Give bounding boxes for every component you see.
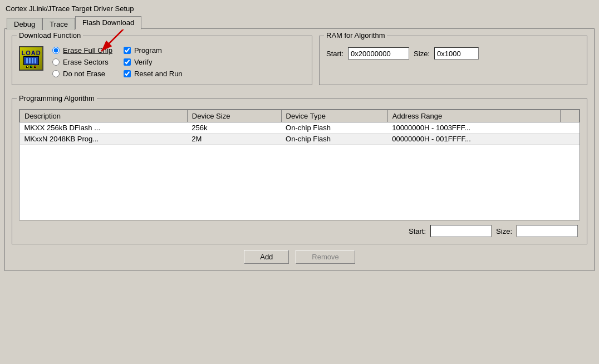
table-row[interactable]: MKxxN 2048KB Prog... 2M On-chip Flash 00… xyxy=(20,134,580,145)
cell-extra xyxy=(561,134,580,145)
top-row: Download Function LOAD xyxy=(12,36,587,92)
cell-description: MKXX 256kB DFlash ... xyxy=(20,122,188,134)
download-function-group: Download Function LOAD xyxy=(12,36,312,85)
tab-trace[interactable]: Trace xyxy=(42,18,75,30)
programming-algorithm-legend: Programming Algorithm xyxy=(17,94,97,102)
main-panel: Download Function LOAD xyxy=(4,28,595,271)
ram-start-input[interactable] xyxy=(348,47,409,60)
checkbox-group: Program Verify Reset and Run xyxy=(124,46,183,78)
title-bar: Cortex JLink/JTrace Target Driver Setup xyxy=(2,2,597,16)
cell-address-range: 10000000H - 1003FFF... xyxy=(387,122,561,134)
col-address-range: Address Range xyxy=(387,110,561,122)
add-button[interactable]: Add xyxy=(244,250,289,264)
remove-button[interactable]: Remove xyxy=(296,250,355,264)
ram-size-input[interactable] xyxy=(434,47,479,60)
tab-debug[interactable]: Debug xyxy=(7,18,42,30)
checkbox-verify[interactable]: Verify xyxy=(124,58,183,66)
algo-size-label: Size: xyxy=(496,227,512,235)
checkbox-program[interactable]: Program xyxy=(124,46,183,55)
ram-row: Start: Size: xyxy=(326,42,580,60)
ram-size-label: Size: xyxy=(414,50,430,58)
algo-start-label: Start: xyxy=(409,227,426,235)
download-inner: LOAD xyxy=(19,42,305,78)
radio-erase-full-chip[interactable]: Erase Full Chip xyxy=(52,46,112,55)
radio-erase-sectors[interactable]: Erase Sectors xyxy=(52,58,112,66)
download-function-legend: Download Function xyxy=(17,31,83,40)
ram-for-algorithm-legend: RAM for Algorithm xyxy=(324,31,387,40)
table-row[interactable]: MKXX 256kB DFlash ... 256k On-chip Flash… xyxy=(20,122,580,134)
programming-algorithm-group: Programming Algorithm Description Device… xyxy=(12,99,587,244)
tab-flash-download[interactable]: Flash Download xyxy=(75,16,141,29)
cell-address-range: 00000000H - 001FFFF... xyxy=(387,134,561,145)
table-header-row: Description Device Size Device Type Addr… xyxy=(20,110,580,122)
cell-device-size: 2M xyxy=(187,134,281,145)
col-device-type: Device Type xyxy=(281,110,387,122)
buttons-row: Add Remove xyxy=(12,250,587,264)
cell-device-type: On-chip Flash xyxy=(281,134,387,145)
checkbox-reset-and-run[interactable]: Reset and Run xyxy=(124,70,183,78)
window-title: Cortex JLink/JTrace Target Driver Setup xyxy=(6,4,134,13)
algo-table: Description Device Size Device Type Addr… xyxy=(19,110,580,145)
algo-bottom-row: Start: Size: xyxy=(19,225,580,237)
cell-device-type: On-chip Flash xyxy=(281,122,387,134)
algo-size-input[interactable] xyxy=(517,225,578,237)
tab-bar: Debug Trace Flash Download xyxy=(2,16,597,29)
algo-table-container[interactable]: Description Device Size Device Type Addr… xyxy=(19,109,580,220)
algo-start-input[interactable] xyxy=(430,225,492,237)
radio-group: Erase Full Chip Erase Sectors Do not Era… xyxy=(52,46,112,78)
ram-for-algorithm-group: RAM for Algorithm Start: Size: xyxy=(319,36,587,85)
load-chip xyxy=(23,56,39,65)
col-extra xyxy=(561,110,580,122)
col-device-size: Device Size xyxy=(187,110,281,122)
cell-extra xyxy=(561,122,580,134)
load-icon: LOAD xyxy=(19,46,47,74)
col-description: Description xyxy=(20,110,188,122)
cell-description: MKxxN 2048KB Prog... xyxy=(20,134,188,145)
ram-start-label: Start: xyxy=(326,50,343,58)
cell-device-size: 256k xyxy=(187,122,281,134)
radio-do-not-erase[interactable]: Do not Erase xyxy=(52,70,112,78)
load-text: LOAD xyxy=(21,50,41,56)
